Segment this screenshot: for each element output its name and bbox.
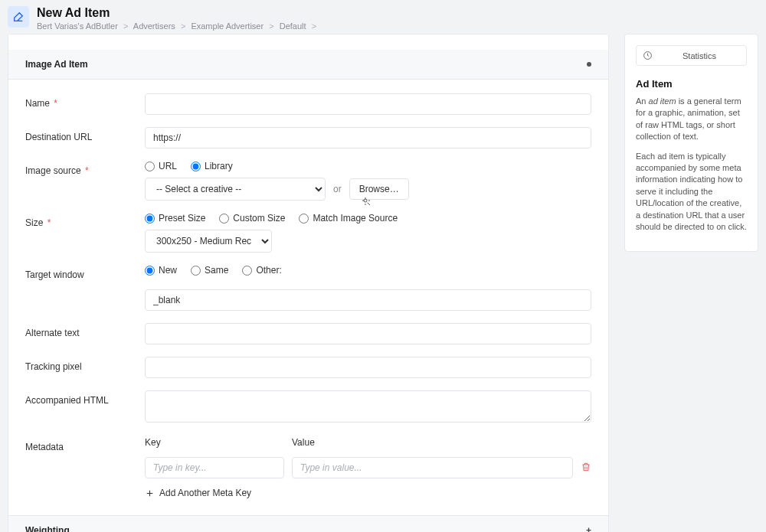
collapse-indicator-icon (587, 62, 591, 67)
meta-value-input[interactable] (292, 457, 573, 478)
image-source-url-radio[interactable]: URL (145, 161, 177, 171)
image-source-library-radio[interactable]: Library (191, 161, 233, 171)
section-header-weighting[interactable]: Weighting + (8, 516, 608, 532)
expand-icon: + (586, 525, 591, 532)
main-panel: Image Ad Item Name * Destination URL (8, 34, 609, 532)
breadcrumb-item[interactable]: Advertisers (133, 21, 175, 31)
meta-value-header: Value (292, 437, 573, 448)
page-title: New Ad Item (37, 6, 319, 20)
breadcrumb-item[interactable]: Bert Varias's AdButler (37, 21, 118, 31)
sidebar-help-title: Ad Item (636, 78, 747, 90)
breadcrumb-item[interactable]: Example Advertiser (191, 21, 264, 31)
statistics-button[interactable]: Statistics (636, 45, 747, 66)
name-label: Name * (25, 93, 145, 109)
sidebar-help-text-1: An ad item is a general term for a graph… (636, 96, 747, 143)
section-image-ad-item: Image Ad Item Name * Destination URL (8, 34, 608, 515)
sidebar-help-text-2: Each ad item is typically accompanied by… (636, 151, 747, 233)
alt-text-label: Alternate text (25, 323, 145, 338)
destination-url-input[interactable] (145, 127, 591, 149)
destination-url-label: Destination URL (25, 127, 145, 142)
size-select[interactable]: 300x250 - Medium Rectangle (145, 230, 272, 253)
meta-key-header: Key (145, 437, 284, 448)
plus-icon (145, 488, 155, 498)
section-title: Image Ad Item (25, 59, 88, 70)
target-window-label: Target window (25, 265, 145, 280)
app-icon (8, 6, 29, 28)
section-title: Weighting (25, 525, 70, 532)
trash-icon (581, 462, 591, 472)
or-text: or (333, 184, 342, 194)
target-new-radio[interactable]: New (145, 265, 177, 276)
breadcrumb-item[interactable]: Default (280, 21, 306, 31)
size-label: Size * (25, 213, 145, 228)
name-input[interactable] (145, 93, 591, 115)
size-match-radio[interactable]: Match Image Source (299, 213, 398, 224)
accompanied-html-input[interactable] (145, 390, 591, 423)
meta-key-input[interactable] (145, 457, 284, 478)
tracking-pixel-label: Tracking pixel (25, 357, 145, 372)
browse-button[interactable]: Browse… (349, 178, 409, 200)
sidebar-panel: Statistics Ad Item An ad item is a gener… (624, 34, 758, 252)
target-other-radio[interactable]: Other: (242, 265, 281, 276)
image-source-label: Image source * (25, 161, 145, 176)
creative-select[interactable]: -- Select a creative -- (145, 178, 326, 201)
section-header-image-ad-item[interactable]: Image Ad Item (8, 50, 608, 80)
target-same-radio[interactable]: Same (191, 265, 228, 276)
metadata-label: Metadata (25, 437, 145, 452)
size-custom-radio[interactable]: Custom Size (219, 213, 285, 224)
target-other-input[interactable] (145, 289, 591, 311)
breadcrumb: Bert Varias's AdButler > Advertisers > E… (37, 21, 319, 31)
size-preset-radio[interactable]: Preset Size (145, 213, 205, 224)
alt-text-input[interactable] (145, 323, 591, 344)
add-meta-button[interactable]: Add Another Meta Key (145, 488, 591, 498)
edit-icon (12, 11, 25, 23)
clock-icon (643, 51, 653, 60)
section-weighting: Weighting + (8, 515, 608, 532)
delete-meta-button[interactable] (581, 457, 591, 475)
accompanied-html-label: Accompanied HTML (25, 390, 145, 406)
tracking-pixel-input[interactable] (145, 357, 591, 378)
